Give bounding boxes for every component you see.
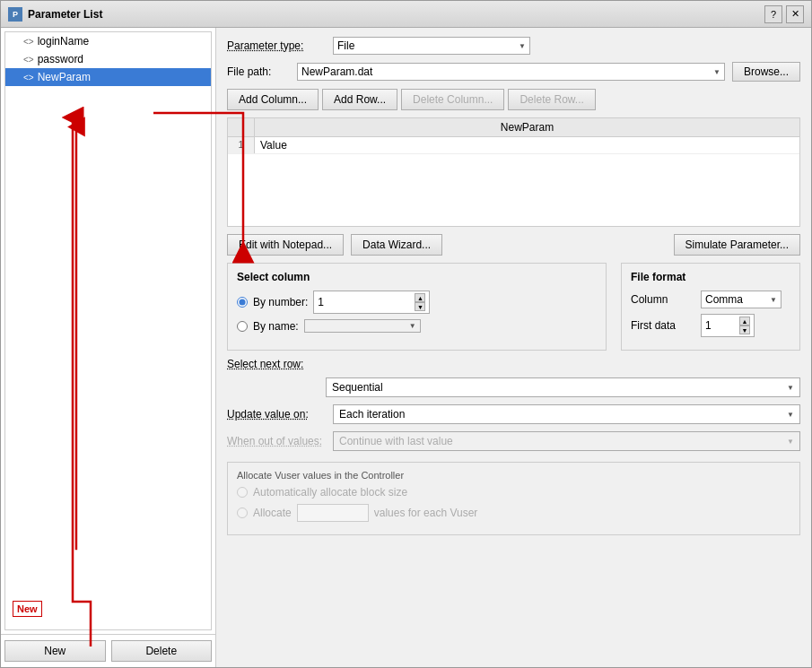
file-path-label: File path: (227, 65, 290, 78)
spinbox-down-arrow[interactable]: ▼ (415, 302, 425, 311)
parameter-type-label: Parameter type: (227, 39, 326, 52)
delete-button[interactable]: Delete (111, 640, 213, 662)
add-row-button[interactable]: Add Row... (322, 89, 397, 110)
allocate-label: Allocate (253, 507, 292, 519)
new-annotation-label: New (13, 601, 42, 617)
table-row-number: 1 (228, 137, 255, 153)
data-table: NewParam 1 Value (227, 117, 800, 227)
column-format-row: Column Comma ▼ (631, 291, 790, 308)
tree-item-label: NewParam (38, 71, 91, 83)
file-format-title: File format (631, 271, 790, 283)
file-format-group: File format Column Comma ▼ First data 1 (621, 263, 800, 351)
table-action-buttons: Add Column... Add Row... Delete Column..… (227, 89, 800, 110)
table-col-header: NewParam (255, 118, 799, 136)
new-button[interactable]: New (4, 640, 106, 662)
by-number-spinbox[interactable]: 1 ▲ ▼ (313, 291, 430, 314)
delete-row-button[interactable]: Delete Row... (508, 89, 595, 110)
parameter-type-value: File (337, 39, 354, 52)
by-number-radio[interactable] (237, 297, 248, 308)
parameter-list-window: P Parameter List ? ✕ <> loginName <> pas… (0, 0, 812, 668)
edit-notepad-button[interactable]: Edit with Notepad... (227, 234, 344, 256)
by-number-row: By number: 1 ▲ ▼ (237, 291, 597, 314)
when-out-dropdown[interactable]: Continue with last value ▼ (333, 431, 800, 451)
when-out-label: When out of values: (227, 435, 326, 447)
auto-allocate-radio[interactable] (237, 487, 248, 498)
tree-item-icon: <> (23, 37, 34, 47)
update-value-label: Update value on: (227, 408, 326, 421)
by-name-dropdown[interactable]: ▼ (304, 319, 421, 333)
add-column-button[interactable]: Add Column... (227, 89, 319, 110)
when-out-value: Continue with last value (339, 435, 453, 447)
spinbox-arrows: ▲ ▼ (739, 317, 750, 334)
column-format-dropdown[interactable]: Comma ▼ (701, 291, 781, 308)
tree-item-loginname[interactable]: <> loginName (5, 32, 211, 50)
tree-item-label: loginName (38, 35, 89, 48)
title-bar-buttons: ? ✕ (764, 5, 804, 23)
table-row[interactable]: 1 Value (228, 137, 799, 154)
first-data-label: First data (631, 319, 694, 332)
update-value-row: Update value on: Each iteration ▼ (227, 404, 800, 424)
tree-item-label: password (38, 53, 83, 65)
left-panel-buttons: New Delete (1, 634, 215, 667)
values-label: values for each Vuser (374, 507, 478, 519)
help-button[interactable]: ? (764, 5, 782, 23)
select-next-row: Select next row: (227, 358, 800, 370)
tree-item-password[interactable]: <> password (5, 50, 211, 68)
delete-column-button[interactable]: Delete Column... (401, 89, 504, 110)
title-bar-left: P Parameter List (8, 7, 102, 22)
select-next-dropdown[interactable]: Sequential ▼ (326, 377, 800, 397)
file-path-dropdown[interactable]: NewParam.dat ▼ (297, 63, 725, 81)
column-format-section: Select column By number: 1 ▲ ▼ (227, 263, 800, 351)
by-name-row: By name: ▼ (237, 319, 597, 333)
update-value-value: Each iteration (339, 408, 405, 421)
allocate-radio[interactable] (237, 508, 248, 518)
dropdown-arrow-icon: ▼ (519, 42, 526, 50)
column-format-value: Comma (705, 293, 743, 306)
by-number-label: By number: (253, 296, 308, 308)
table-header: NewParam (228, 118, 799, 137)
dropdown-arrow-icon: ▼ (787, 438, 794, 446)
by-name-label: By name: (253, 320, 299, 333)
parameter-type-dropdown[interactable]: File ▼ (333, 37, 530, 55)
first-data-value: 1 (705, 319, 712, 332)
allocate-row: Allocate values for each Vuser (237, 504, 790, 522)
select-column-group: Select column By number: 1 ▲ ▼ (227, 263, 607, 351)
title-bar: P Parameter List ? ✕ (1, 1, 811, 28)
by-number-value: 1 (318, 296, 324, 308)
file-path-row: File path: NewParam.dat ▼ Browse... (227, 62, 800, 82)
parameter-tree: <> loginName <> password <> NewParam (4, 31, 212, 630)
spinbox-up-arrow[interactable]: ▲ (739, 317, 750, 325)
dropdown-arrow-icon: ▼ (787, 384, 794, 392)
parameter-type-row: Parameter type: File ▼ (227, 37, 800, 55)
browse-button[interactable]: Browse... (732, 62, 800, 82)
data-wizard-button[interactable]: Data Wizard... (351, 234, 442, 256)
spinbox-down-arrow[interactable]: ▼ (739, 325, 750, 334)
auto-allocate-label: Automatically allocate block size (253, 486, 407, 499)
dropdown-arrow-icon: ▼ (770, 296, 777, 304)
select-next-value: Sequential (332, 381, 383, 394)
table-cell-value[interactable]: Value (255, 137, 799, 153)
right-panel: Parameter type: File ▼ File path: NewPar… (216, 28, 811, 667)
allocate-input[interactable] (297, 504, 369, 522)
spinbox-up-arrow[interactable]: ▲ (415, 293, 425, 302)
when-out-row: When out of values: Continue with last v… (227, 431, 800, 451)
table-empty-area (228, 154, 799, 226)
tree-item-icon: <> (23, 55, 34, 65)
by-name-radio[interactable] (237, 321, 248, 332)
dropdown-arrow-icon: ▼ (409, 322, 416, 330)
select-column-title: Select column (237, 271, 597, 283)
arrow-annotation (5, 32, 211, 629)
allocate-title: Allocate Vuser values in the Controller (237, 470, 790, 481)
simulate-button[interactable]: Simulate Parameter... (674, 234, 800, 256)
column-format-label: Column (631, 293, 694, 306)
tree-item-newparam[interactable]: <> NewParam (5, 68, 211, 86)
update-value-dropdown[interactable]: Each iteration ▼ (333, 404, 800, 424)
close-button[interactable]: ✕ (786, 5, 804, 23)
window-icon: P (8, 7, 22, 22)
select-next-label: Select next row: (227, 358, 303, 370)
first-data-spinbox[interactable]: 1 ▲ ▼ (701, 314, 755, 337)
dropdown-arrow-icon: ▼ (787, 411, 794, 419)
first-data-row: First data 1 ▲ ▼ (631, 314, 790, 337)
main-content: <> loginName <> password <> NewParam (1, 28, 811, 667)
dropdown-arrow-icon: ▼ (713, 68, 720, 76)
